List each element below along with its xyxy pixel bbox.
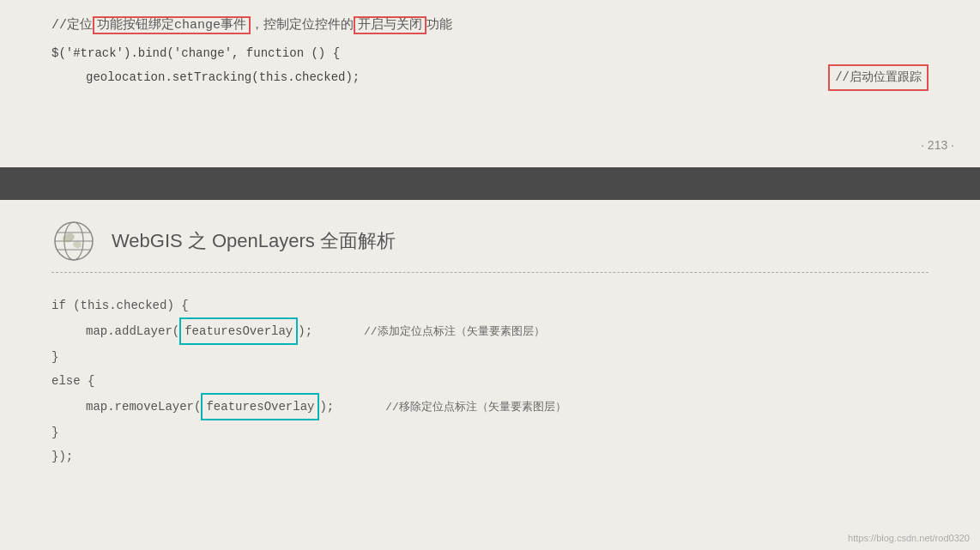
code-row-1: if (this.checked) {: [51, 293, 929, 317]
svg-point-6: [72, 240, 82, 249]
code-row-7: });: [51, 444, 929, 468]
highlight-function-button: 功能按钮绑定change事件: [93, 16, 251, 34]
highlight-features-overlay-1: featuresOverlay: [179, 317, 298, 345]
comment-line: //定位功能按钮绑定change事件，控制定位控件的开启与关闭功能: [51, 15, 929, 36]
divider-bar: [0, 167, 980, 200]
highlight-features-overlay-2: featuresOverlay: [201, 393, 319, 420]
code-row-4: else {: [51, 369, 929, 393]
book-header: WebGIS 之 OpenLayers 全面解析: [51, 219, 929, 273]
highlight-open-close: 开启与关闭: [354, 16, 426, 34]
comment-tracking-box: //启动位置跟踪: [828, 64, 929, 91]
svg-point-5: [62, 232, 76, 244]
code-row-3: }: [51, 345, 929, 369]
watermark: https://blog.csdn.net/rod0320: [848, 533, 970, 543]
page-number: · 213 ·: [921, 138, 954, 152]
globe-icon: [51, 219, 96, 263]
code-row-2: map.addLayer(featuresOverlay); //添加定位点标注…: [51, 317, 929, 345]
top-section: //定位功能按钮绑定change事件，控制定位控件的开启与关闭功能 $('#tr…: [0, 0, 980, 167]
code-line-2: geolocation.setTracking(this.checked); /…: [51, 64, 929, 91]
code-row-6: }: [51, 420, 929, 444]
code-row-5: map.removeLayer(featuresOverlay); //移除定位…: [51, 393, 929, 420]
bottom-section: WebGIS 之 OpenLayers 全面解析 if (this.checke…: [0, 200, 980, 550]
book-title: WebGIS 之 OpenLayers 全面解析: [112, 228, 396, 254]
code-block: if (this.checked) { map.addLayer(feature…: [51, 285, 929, 477]
code-line-1: $('#track').bind('change', function () {: [51, 43, 929, 64]
